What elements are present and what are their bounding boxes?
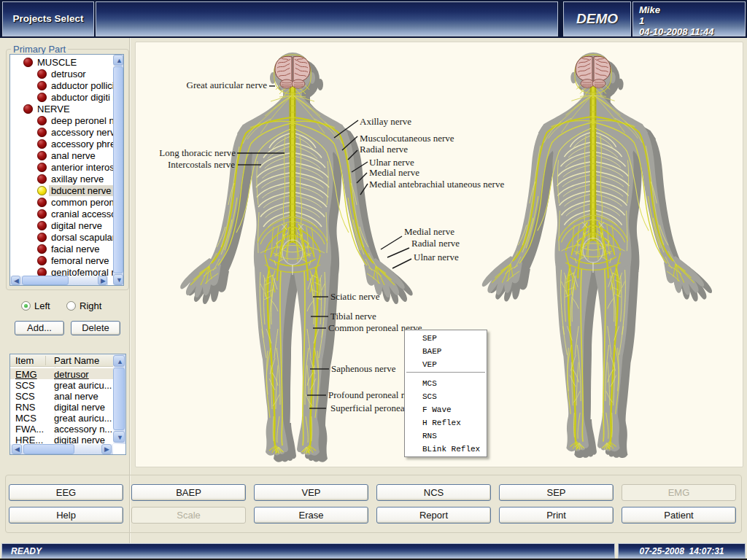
svg-text:Sciatic nerve: Sciatic nerve (330, 291, 380, 302)
svg-text:Musculocutaneous nerve: Musculocutaneous nerve (360, 133, 454, 144)
svg-text:Medial nerve: Medial nerve (369, 167, 419, 178)
svg-text:Intercostals nerve: Intercostals nerve (168, 159, 235, 170)
svg-text:Tibial nerve: Tibial nerve (330, 311, 376, 322)
svg-text:Ulnar nerve: Ulnar nerve (369, 157, 414, 168)
svg-text:Long thoracic nerve: Long thoracic nerve (159, 147, 236, 158)
svg-text:Medial nerve: Medial nerve (404, 226, 454, 237)
svg-text:Ulnar nerve: Ulnar nerve (414, 252, 459, 262)
svg-text:Medial antebrachial utaneous n: Medial antebrachial utaneous nerve (369, 179, 504, 190)
svg-text:Axillay nerve: Axillay nerve (360, 116, 411, 127)
svg-text:Saphenous nerve: Saphenous nerve (331, 363, 396, 374)
svg-text:Great auricular nerve: Great auricular nerve (187, 79, 268, 90)
svg-text:Radial nerve: Radial nerve (411, 238, 460, 249)
svg-text:Radial nerve: Radial nerve (360, 144, 408, 155)
